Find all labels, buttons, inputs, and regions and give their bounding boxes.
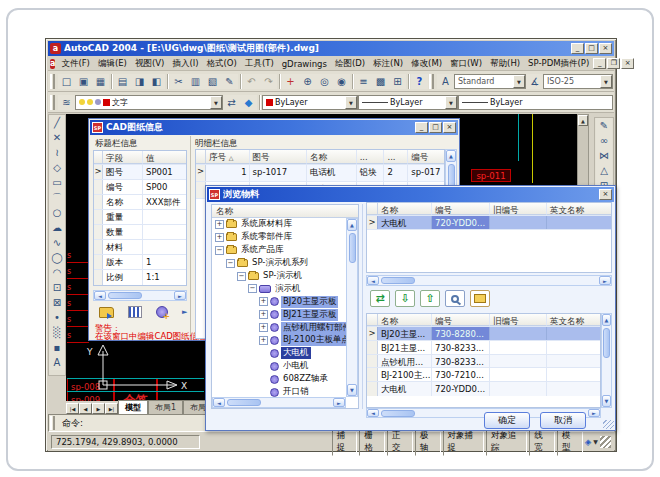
edit-icon[interactable]: ✎ [596, 118, 612, 133]
status-tray-chevron-icon[interactable]: ▼ [593, 438, 598, 445]
collapse-toggle-icon[interactable]: − [248, 284, 257, 293]
menu-dimension[interactable]: 标注(N) [369, 57, 407, 71]
match-properties-icon[interactable]: ✎ [221, 74, 238, 89]
tree-item-sp-series[interactable]: − SP-演示机系列 [212, 257, 346, 270]
dialog-resize-grip[interactable] [603, 420, 614, 429]
expand-toggle-icon[interactable]: + [215, 220, 224, 229]
scroll-left-icon[interactable]: ◄ [367, 276, 379, 285]
maximize-button[interactable]: □ [585, 43, 598, 54]
title-bar[interactable]: a AutoCAD 2004 - [E:\UG\dwg\图纸\测试用图(部件).… [48, 41, 614, 56]
chevron-down-icon[interactable]: ▼ [345, 96, 357, 109]
grid-toggle[interactable]: 栅格 [359, 428, 385, 456]
expand-toggle-icon[interactable]: + [259, 297, 268, 306]
table-row[interactable]: > 1 sp-1017 电话机 铝块 2 sp-017 [196, 165, 444, 182]
snap-toggle[interactable]: 捕捉 [332, 428, 358, 456]
tree-hscrollbar[interactable]: ◄ ► [212, 397, 346, 408]
polar-toggle[interactable]: 极轴 [415, 428, 441, 456]
command-grip[interactable] [50, 416, 55, 430]
scroll-thumb[interactable] [381, 277, 415, 284]
collapse-toggle-icon[interactable]: − [215, 246, 224, 255]
scroll-up-icon[interactable]: ▲ [347, 219, 357, 231]
column-header[interactable]: 名称 [307, 150, 357, 164]
column-header[interactable]: 编号 [432, 314, 490, 326]
child-restore-button[interactable]: ❐ [607, 58, 620, 69]
selected-parts-table[interactable]: 名称 编号 旧编号 英文名称 > BJ20主显... 730-8280... B… [366, 313, 601, 408]
lineweight-combo[interactable]: ByLayer [458, 95, 613, 110]
scroll-thumb[interactable] [381, 410, 415, 417]
tree-item-bj21[interactable]: + BJ21主显示板 [212, 308, 346, 321]
paste-icon[interactable]: ▧ [204, 74, 221, 89]
circle-icon[interactable]: ○ [49, 205, 65, 220]
mirror-icon[interactable]: ⋈ [596, 148, 612, 163]
menu-modify[interactable]: 修改(M) [407, 57, 446, 71]
column-header[interactable]: 编号 [408, 150, 444, 164]
tree-item-sp-demo[interactable]: − SP-演示机 [212, 270, 346, 283]
region-icon[interactable]: ▪ [49, 340, 65, 355]
table-row[interactable]: 版本 1 [94, 255, 186, 270]
scroll-up-icon[interactable]: ▲ [446, 150, 456, 162]
sort-asc-icon[interactable]: △ [229, 154, 234, 161]
title-block-grid[interactable]: 字段 值 > 图号 SP001 编号 SP00 名称 XXX部件 重量 数量 [93, 150, 187, 286]
point-icon[interactable]: • [49, 310, 65, 325]
scroll-right-icon[interactable]: ► [588, 409, 600, 417]
table-row[interactable]: BJ21主显... 730-8233... [367, 341, 600, 355]
scroll-right-icon[interactable]: ► [174, 291, 186, 300]
zoom-window-icon[interactable]: ◎ [316, 74, 333, 89]
chevron-down-icon[interactable]: ▼ [513, 75, 525, 88]
expand-toggle-icon[interactable]: + [259, 336, 268, 345]
publish-icon[interactable]: ◧ [148, 74, 165, 89]
plot-preview-icon[interactable]: ◨ [131, 74, 148, 89]
column-header[interactable]: ... [357, 150, 385, 164]
expand-toggle-icon[interactable]: + [259, 323, 268, 332]
tree-item-parts-library[interactable]: + 系统零部件库 [212, 231, 346, 244]
open-file-icon[interactable]: ▣ [75, 74, 92, 89]
minimize-button[interactable]: _ [571, 43, 584, 54]
spline-icon[interactable]: ∿ [49, 235, 65, 250]
text-icon[interactable]: A [49, 355, 65, 370]
scroll-thumb[interactable] [349, 233, 356, 263]
tab-prev-icon[interactable]: ◀ [79, 403, 92, 414]
menu-sp-pdm[interactable]: SP-PDM插件(P) [524, 57, 593, 71]
make-object-layer-icon[interactable]: ◆ [240, 95, 257, 110]
tree-item-cotter-pin[interactable]: 开口销 [212, 386, 346, 397]
table-row[interactable]: > 大电机 720-YDD0... [367, 216, 611, 230]
column-header[interactable]: 英文名称 [547, 314, 600, 326]
open-folder-icon[interactable] [470, 290, 490, 307]
make-block-icon[interactable]: ⊠ [49, 295, 65, 310]
table-row[interactable]: 重量 [94, 210, 186, 225]
table-row[interactable]: 编号 SP00 [94, 180, 186, 195]
column-header[interactable]: 旧编号 [490, 203, 547, 215]
new-file-icon[interactable]: □ [58, 74, 75, 89]
rectangle-icon[interactable]: ▭ [49, 175, 65, 190]
osnap-toggle[interactable]: 对象捕捉 [443, 428, 484, 456]
communication-center-icon[interactable]: ◈ [585, 437, 592, 447]
polygon-icon[interactable]: ◇ [49, 160, 65, 175]
tree-item-small-motor[interactable]: 小电机 [212, 360, 346, 373]
text-style-combo[interactable]: Standard ▼ [454, 74, 526, 89]
layer-combo[interactable]: 文字 ▼ [75, 95, 223, 110]
scroll-thumb[interactable] [603, 328, 610, 358]
menu-view[interactable]: 视图(V) [131, 57, 168, 71]
tree-vscrollbar[interactable]: ▲ ▼ [346, 218, 358, 397]
move-down-icon[interactable]: ⇩ [395, 290, 415, 307]
tree-item-screw-part[interactable]: + 点钞机用螺钉部件 [212, 321, 346, 334]
menu-help[interactable]: 帮助(H) [486, 57, 524, 71]
table-row[interactable]: 大电机 720-YDD0... [367, 382, 600, 396]
splitter[interactable] [362, 204, 363, 409]
cancel-button[interactable]: 取消 [540, 412, 586, 429]
toolbar-grip[interactable] [429, 74, 434, 89]
plot-icon[interactable]: ▤ [114, 74, 131, 89]
chevron-down-icon[interactable]: ▼ [210, 96, 222, 109]
bottom-table-vscrollbar[interactable]: ▲ ▼ [601, 313, 612, 408]
menu-insert[interactable]: 插入(I) [168, 57, 202, 71]
undo-icon[interactable]: ↶ [243, 74, 260, 89]
arc-icon[interactable]: ⌒ [49, 190, 65, 205]
scroll-right-icon[interactable]: ► [333, 398, 345, 407]
save-icon[interactable]: ▦ [92, 74, 109, 89]
revision-cloud-icon[interactable]: ☁ [49, 220, 65, 235]
menu-window[interactable]: 窗口(W) [446, 57, 486, 71]
color-combo[interactable]: ByLayer ▼ [262, 95, 358, 110]
column-header[interactable]: 序号 △ [206, 150, 250, 164]
menu-format[interactable]: 格式(O) [203, 57, 241, 71]
title-block-hscrollbar[interactable]: ◄ ► [93, 290, 187, 301]
